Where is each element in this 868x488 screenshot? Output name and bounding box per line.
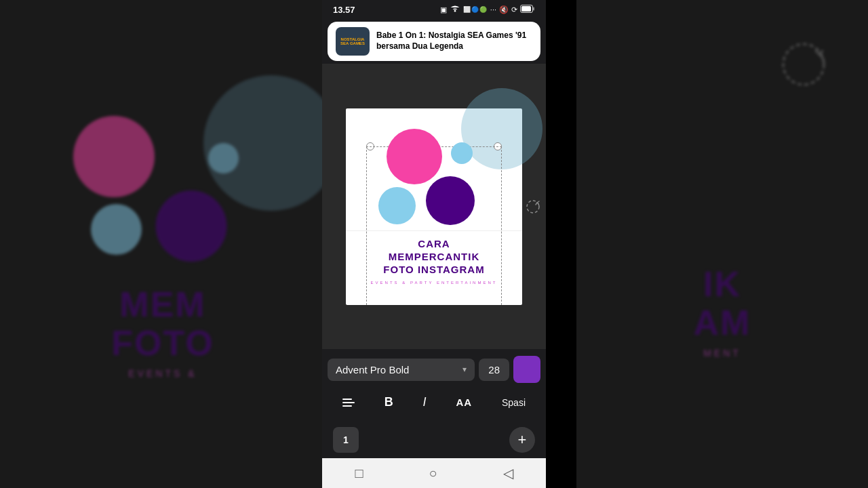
circle-lightblue-large bbox=[378, 187, 416, 224]
battery-icon bbox=[520, 5, 535, 14]
circle-lightblue-small bbox=[451, 142, 473, 164]
notification-thumbnail: NOSTALGIASEA GAMES bbox=[336, 27, 370, 56]
poster-subtitle: EVENTS & PARTY ENTERTAINMENT bbox=[354, 281, 514, 285]
nav-bar: □ ○ ◁ bbox=[322, 458, 546, 488]
design-canvas[interactable]: CARAMEMPERCANTIKFOTO INSTAGRAM EVENTS & … bbox=[346, 108, 522, 305]
phone-frame: 13.57 ▣ ⬜🔵🟢 ··· 🔇 ⟳ NOSTALGIASEA GAMES bbox=[322, 0, 546, 488]
align-line-1 bbox=[342, 399, 352, 400]
notification-text: Babe 1 On 1: Nostalgia SEA Games '91 ber… bbox=[376, 30, 532, 52]
bg-right-title: IK bbox=[694, 265, 751, 304]
nav-recent-icon[interactable]: ◁ bbox=[503, 465, 513, 481]
rotation-icon: ⟳ bbox=[511, 5, 517, 14]
notification-icons: ⬜🔵🟢 bbox=[463, 6, 488, 13]
bg-left-subtitle: EVENTS & bbox=[111, 368, 214, 379]
status-time: 13.57 bbox=[333, 5, 355, 15]
background-left: MEM FOTO EVENTS & bbox=[0, 0, 326, 488]
status-bar: 13.57 ▣ ⬜🔵🟢 ··· 🔇 ⟳ bbox=[322, 0, 546, 19]
poster-circles-group bbox=[346, 114, 522, 226]
font-name-label: Advent Pro Bold bbox=[336, 364, 409, 375]
wifi-icon bbox=[450, 5, 460, 14]
layer-number: 1 bbox=[343, 434, 349, 445]
circle-purple bbox=[426, 176, 475, 225]
bg-right-subtitle: MENT bbox=[694, 348, 751, 359]
font-selector[interactable]: Advent Pro Bold ▾ bbox=[328, 359, 475, 381]
layer-button[interactable]: 1 bbox=[333, 427, 359, 453]
bottom-bar: 1 + bbox=[322, 422, 546, 458]
nav-home-icon[interactable]: □ bbox=[355, 466, 363, 481]
chevron-down-icon: ▾ bbox=[462, 365, 467, 374]
italic-button[interactable]: I bbox=[416, 391, 433, 413]
background-right: IK AM MENT bbox=[576, 0, 868, 488]
status-icons-group: ▣ ⬜🔵🟢 ··· 🔇 ⟳ bbox=[440, 5, 535, 14]
font-row: Advent Pro Bold ▾ 28 bbox=[328, 356, 540, 383]
toolbar-area: Advent Pro Bold ▾ 28 B I AA bbox=[322, 349, 546, 422]
notification-title: Babe 1 On 1: Nostalgia SEA Games '91 ber… bbox=[376, 30, 532, 52]
rotate-icon-bg bbox=[776, 37, 831, 92]
bold-button[interactable]: B bbox=[378, 391, 400, 413]
notification-banner[interactable]: NOSTALGIASEA GAMES Babe 1 On 1: Nostalgi… bbox=[328, 22, 540, 61]
mute-icon: 🔇 bbox=[499, 5, 509, 14]
canvas-area: CARAMEMPERCANTIKFOTO INSTAGRAM EVENTS & … bbox=[322, 64, 546, 349]
bg-left-title2: FOTO bbox=[111, 324, 214, 363]
more-icon: ··· bbox=[490, 5, 496, 14]
bg-left-title: MEM bbox=[111, 285, 214, 324]
circle-pink bbox=[387, 129, 442, 184]
bg-right-title2: AM bbox=[694, 304, 751, 342]
format-row: B I AA Spasi bbox=[328, 388, 540, 416]
poster-text-area: CARAMEMPERCANTIKFOTO INSTAGRAM EVENTS & … bbox=[346, 230, 522, 284]
color-swatch[interactable] bbox=[513, 356, 540, 383]
align-line-2 bbox=[342, 402, 355, 403]
add-icon: + bbox=[518, 431, 527, 449]
svg-rect-3 bbox=[533, 7, 534, 11]
svg-rect-2 bbox=[521, 6, 531, 12]
align-line-3 bbox=[342, 405, 352, 407]
svg-point-0 bbox=[783, 44, 824, 85]
poster-main-title: CARAMEMPERCANTIKFOTO INSTAGRAM bbox=[354, 238, 514, 276]
add-button[interactable]: + bbox=[509, 427, 535, 453]
spasi-button[interactable]: Spasi bbox=[495, 393, 532, 412]
align-icon bbox=[342, 399, 355, 407]
rotate-handle[interactable] bbox=[525, 199, 541, 215]
nav-back-icon[interactable]: ○ bbox=[429, 466, 437, 481]
aa-button[interactable]: AA bbox=[449, 392, 479, 412]
align-button[interactable] bbox=[336, 394, 361, 411]
font-size-input[interactable]: 28 bbox=[479, 359, 509, 381]
sim-icon: ▣ bbox=[440, 5, 447, 14]
